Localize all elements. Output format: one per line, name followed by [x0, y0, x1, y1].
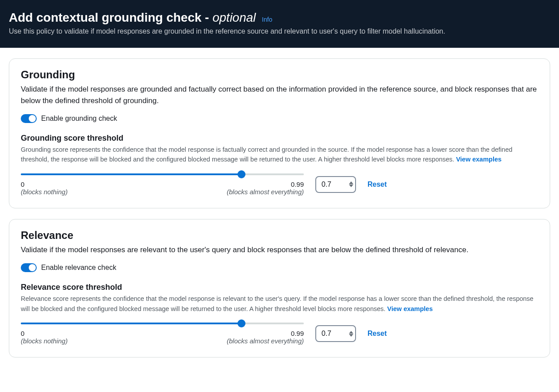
- relevance-stepper: [349, 325, 353, 342]
- page-header: Add contextual grounding check - optiona…: [0, 0, 559, 48]
- relevance-slider-max: 0.99 (blocks almost everything): [227, 330, 304, 345]
- relevance-panel: Relevance Validate if the model response…: [9, 219, 550, 357]
- relevance-slider-labels: 0 (blocks nothing) 0.99 (blocks almost e…: [21, 330, 304, 345]
- chevron-up-icon[interactable]: [349, 181, 353, 184]
- title-main: Add contextual grounding check -: [9, 11, 212, 24]
- grounding-panel: Grounding Validate if the model response…: [9, 58, 550, 208]
- grounding-slider-max: 0.99 (blocks almost everything): [227, 181, 304, 196]
- title-optional: optional: [212, 11, 256, 24]
- grounding-slider-thumb[interactable]: [237, 170, 245, 178]
- grounding-stepper: [349, 176, 353, 193]
- grounding-toggle-row: Enable grounding check: [21, 114, 538, 123]
- grounding-slider-fill: [21, 173, 241, 175]
- grounding-view-examples-link[interactable]: View examples: [456, 156, 502, 163]
- relevance-reset-button[interactable]: Reset: [368, 330, 387, 338]
- grounding-slider-row: 0 (blocks nothing) 0.99 (blocks almost e…: [21, 173, 538, 196]
- grounding-slider-wrap: 0 (blocks nothing) 0.99 (blocks almost e…: [21, 173, 304, 196]
- relevance-title: Relevance: [21, 229, 538, 242]
- grounding-threshold-title: Grounding score threshold: [21, 134, 538, 143]
- chevron-down-icon[interactable]: [349, 184, 353, 187]
- page-subtitle: Use this policy to validate if model res…: [9, 27, 550, 35]
- grounding-toggle-label: Enable grounding check: [41, 115, 117, 123]
- grounding-slider-min: 0 (blocks nothing): [21, 181, 68, 196]
- relevance-desc: Validate if the model responses are rele…: [21, 244, 538, 256]
- enable-grounding-toggle[interactable]: [21, 114, 37, 123]
- grounding-slider-labels: 0 (blocks nothing) 0.99 (blocks almost e…: [21, 181, 304, 196]
- relevance-value-input-wrap: [315, 325, 356, 342]
- info-link[interactable]: Info: [262, 16, 272, 23]
- relevance-view-examples-link[interactable]: View examples: [387, 305, 433, 312]
- relevance-threshold-title: Relevance score threshold: [21, 283, 538, 292]
- chevron-down-icon[interactable]: [349, 334, 353, 337]
- relevance-slider-fill: [21, 323, 241, 324]
- relevance-slider-min: 0 (blocks nothing): [21, 330, 68, 345]
- grounding-title: Grounding: [21, 69, 538, 81]
- grounding-value-input-wrap: [315, 176, 356, 193]
- grounding-desc: Validate if the model responses are grou…: [21, 84, 538, 106]
- grounding-slider[interactable]: [21, 173, 304, 175]
- grounding-reset-button[interactable]: Reset: [368, 181, 387, 188]
- relevance-toggle-label: Enable relevance check: [41, 264, 116, 272]
- page-title: Add contextual grounding check - optiona…: [9, 11, 550, 25]
- relevance-slider-row: 0 (blocks nothing) 0.99 (blocks almost e…: [21, 323, 538, 345]
- grounding-threshold-desc: Grounding score represents the confidenc…: [21, 145, 538, 165]
- relevance-threshold-desc: Relevance score represents the confidenc…: [21, 294, 538, 314]
- relevance-slider-thumb[interactable]: [237, 319, 245, 327]
- relevance-slider[interactable]: [21, 323, 304, 324]
- chevron-up-icon[interactable]: [349, 331, 353, 334]
- relevance-toggle-row: Enable relevance check: [21, 263, 538, 272]
- relevance-slider-wrap: 0 (blocks nothing) 0.99 (blocks almost e…: [21, 323, 304, 345]
- enable-relevance-toggle[interactable]: [21, 263, 37, 272]
